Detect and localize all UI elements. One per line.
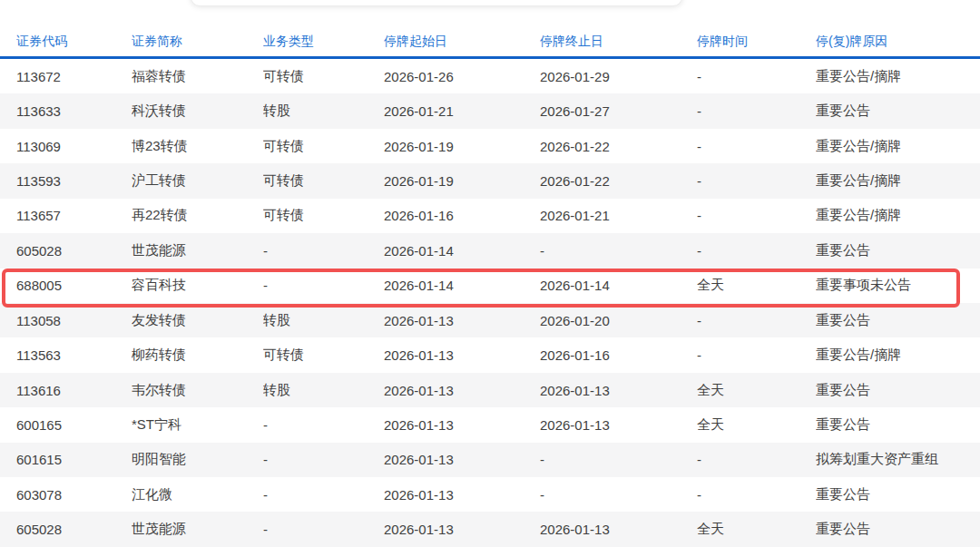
cell-suspend-time: - (697, 347, 816, 363)
table-body: 113672 福蓉转债 可转债 2026-01-26 2026-01-29 - … (0, 59, 980, 547)
cell-security-name: 博23转债 (132, 138, 263, 155)
cell-suspend-reason: 重要公告/摘牌 (816, 347, 980, 364)
cell-suspend-end: 2026-01-13 (540, 522, 697, 537)
cell-business-type: 可转债 (263, 172, 384, 190)
cell-suspend-start: 2026-01-16 (384, 208, 540, 223)
cell-security-code: 605028 (16, 522, 132, 537)
cell-suspend-reason: 重要公告/摘牌 (816, 207, 980, 224)
cell-suspend-time: 全天 (697, 277, 816, 294)
cell-security-code: 113672 (16, 69, 132, 84)
cell-suspend-time: - (697, 173, 816, 189)
cell-suspend-time: - (697, 139, 816, 154)
cell-suspend-start: 2026-01-13 (384, 522, 540, 537)
cell-suspend-time: - (697, 69, 816, 84)
cell-suspend-reason: 重要公告 (816, 416, 980, 434)
cell-security-code: 603078 (16, 487, 132, 503)
table-row[interactable]: 605028 世茂能源 - 2026-01-13 2026-01-13 全天 重… (0, 512, 980, 546)
cell-business-type: 转股 (263, 382, 384, 399)
cell-suspend-start: 2026-01-26 (384, 69, 540, 84)
cell-suspend-start: 2026-01-13 (384, 487, 540, 503)
cell-suspend-end: 2026-01-20 (540, 313, 697, 328)
column-header-suspend-time: 停牌时间 (697, 34, 816, 50)
cell-security-code: 601615 (16, 452, 132, 467)
cell-security-name: 江化微 (132, 486, 263, 503)
cell-suspend-end: - (540, 452, 697, 467)
table-row[interactable]: 113563 柳药转债 可转债 2026-01-13 2026-01-16 - … (0, 337, 980, 372)
cell-suspend-end: 2026-01-13 (540, 383, 697, 398)
cell-suspend-start: 2026-01-13 (384, 452, 540, 467)
cell-business-type: - (263, 417, 384, 433)
cell-security-code: 600165 (16, 417, 132, 433)
table-row[interactable]: 605028 世茂能源 - 2026-01-14 - - 重要公告 (0, 233, 980, 268)
cell-security-name: 容百科技 (132, 277, 263, 294)
cell-business-type: - (263, 243, 384, 259)
table-header-row: 证券代码 证券简称 业务类型 停牌起始日 停牌终止日 停牌时间 停(复)牌原因 (0, 27, 980, 59)
table-row[interactable]: 600165 *ST宁科 - 2026-01-13 2026-01-13 全天 … (0, 407, 980, 442)
cell-suspend-reason: 重要公告/摘牌 (816, 68, 980, 85)
cell-security-code: 113058 (16, 313, 132, 328)
top-partial-card (191, 0, 682, 6)
cell-suspend-end: 2026-01-21 (540, 208, 697, 223)
table-row[interactable]: 113657 再22转债 可转债 2026-01-16 2026-01-21 -… (0, 199, 980, 233)
cell-security-name: 再22转债 (132, 207, 263, 224)
cell-business-type: 可转债 (263, 207, 384, 224)
cell-business-type: - (263, 278, 384, 293)
cell-suspend-start: 2026-01-14 (384, 278, 540, 293)
cell-suspend-end: 2026-01-27 (540, 103, 697, 119)
table-row[interactable]: 113069 博23转债 可转债 2026-01-19 2026-01-22 -… (0, 129, 980, 163)
table-row[interactable]: 113672 福蓉转债 可转债 2026-01-26 2026-01-29 - … (0, 59, 980, 93)
column-header-security-code: 证券代码 (16, 34, 132, 50)
table-row[interactable]: 113593 沪工转债 可转债 2026-01-19 2026-01-22 - … (0, 163, 980, 198)
cell-security-name: 沪工转债 (132, 172, 263, 190)
cell-suspend-reason: 重要公告 (816, 382, 980, 399)
cell-suspend-end: 2026-01-22 (540, 173, 697, 189)
cell-security-name: 明阳智能 (132, 451, 263, 468)
cell-suspend-reason: 重要公告 (816, 312, 980, 329)
cell-suspend-reason: 重要公告 (816, 521, 980, 538)
cell-suspend-reason: 重要公告 (816, 242, 980, 259)
table-row[interactable]: 603078 江化微 - 2026-01-13 - - 重要公告 (0, 477, 980, 512)
cell-suspend-end: 2026-01-14 (540, 278, 697, 293)
cell-security-code: 113633 (16, 103, 132, 119)
cell-security-name: 福蓉转债 (132, 68, 263, 85)
cell-business-type: - (263, 487, 384, 503)
cell-security-code: 113593 (16, 173, 132, 189)
cell-suspend-time: 全天 (697, 382, 816, 399)
cell-suspend-end: 2026-01-22 (540, 139, 697, 154)
cell-security-code: 113069 (16, 139, 132, 154)
cell-suspend-reason: 重要公告/摘牌 (816, 138, 980, 155)
suspension-table-page: 证券代码 证券简称 业务类型 停牌起始日 停牌终止日 停牌时间 停(复)牌原因 … (0, 0, 980, 547)
cell-suspend-time: 全天 (697, 521, 816, 538)
cell-business-type: - (263, 522, 384, 537)
cell-security-name: 世茂能源 (132, 242, 263, 259)
cell-suspend-end: 2026-01-29 (540, 69, 697, 84)
cell-business-type: 可转债 (263, 68, 384, 85)
cell-suspend-start: 2026-01-13 (384, 313, 540, 328)
cell-security-name: 世茂能源 (132, 521, 263, 538)
table-row[interactable]: 113616 韦尔转债 转股 2026-01-13 2026-01-13 全天 … (0, 373, 980, 407)
cell-security-name: 友发转债 (132, 312, 263, 329)
table-row[interactable]: 688005 容百科技 - 2026-01-14 2026-01-14 全天 重… (0, 269, 980, 303)
cell-suspend-end: 2026-01-13 (540, 417, 697, 433)
column-header-suspend-end: 停牌终止日 (540, 34, 697, 50)
cell-security-name: 韦尔转债 (132, 382, 263, 399)
cell-suspend-start: 2026-01-19 (384, 139, 540, 154)
column-header-suspend-start: 停牌起始日 (384, 34, 540, 50)
cell-security-name: *ST宁科 (132, 416, 263, 434)
cell-business-type: 转股 (263, 312, 384, 329)
table-row[interactable]: 601615 明阳智能 - 2026-01-13 - - 拟筹划重大资产重组 (0, 443, 980, 477)
cell-security-name: 科沃转债 (132, 103, 263, 120)
cell-suspend-start: 2026-01-13 (384, 417, 540, 433)
column-header-business-type: 业务类型 (263, 34, 384, 50)
table-row[interactable]: 113633 科沃转债 转股 2026-01-21 2026-01-27 - 重… (0, 93, 980, 128)
cell-suspend-start: 2026-01-13 (384, 383, 540, 398)
cell-suspend-time: 全天 (697, 416, 816, 434)
cell-business-type: 可转债 (263, 138, 384, 155)
table-row[interactable]: 113058 友发转债 转股 2026-01-13 2026-01-20 - 重… (0, 303, 980, 337)
cell-suspend-reason: 重要公告 (816, 486, 980, 503)
cell-suspend-end: 2026-01-16 (540, 347, 697, 363)
cell-suspend-reason: 重要公告/摘牌 (816, 172, 980, 190)
cell-suspend-start: 2026-01-14 (384, 243, 540, 259)
cell-business-type: - (263, 452, 384, 467)
cell-security-code: 605028 (16, 243, 132, 259)
